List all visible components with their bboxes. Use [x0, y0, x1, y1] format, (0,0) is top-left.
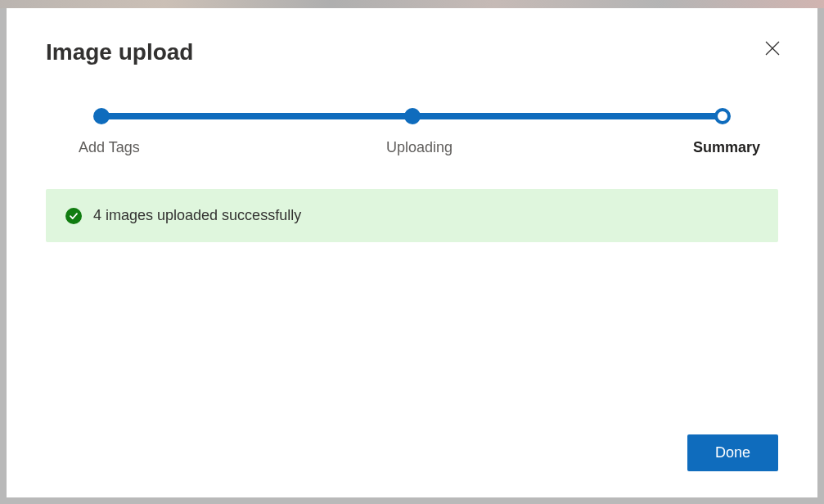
dialog-header: Image upload	[46, 39, 778, 65]
close-button[interactable]	[760, 36, 785, 61]
close-icon	[763, 39, 781, 57]
backdrop-bottom	[0, 497, 824, 504]
backdrop-right	[817, 8, 824, 504]
backdrop-left	[0, 8, 7, 504]
step-dot-add-tags	[93, 108, 110, 124]
done-button[interactable]: Done	[687, 434, 778, 471]
dialog-title: Image upload	[46, 39, 193, 65]
status-message: 4 images uploaded successfully	[93, 207, 301, 224]
step-label-add-tags: Add Tags	[79, 139, 177, 156]
dialog-footer: Done	[46, 434, 778, 471]
progress-stepper: Add Tags Uploading Summary	[93, 108, 731, 156]
success-check-icon	[65, 208, 82, 224]
step-dot-uploading	[404, 108, 421, 124]
upload-status-banner: 4 images uploaded successfully	[46, 189, 778, 242]
image-upload-dialog: Image upload Add Tags Uploading Summary	[7, 8, 817, 497]
step-label-summary: Summary	[662, 139, 760, 156]
step-label-uploading: Uploading	[371, 139, 469, 156]
step-dot-summary	[714, 108, 731, 124]
backdrop-top	[0, 0, 824, 8]
